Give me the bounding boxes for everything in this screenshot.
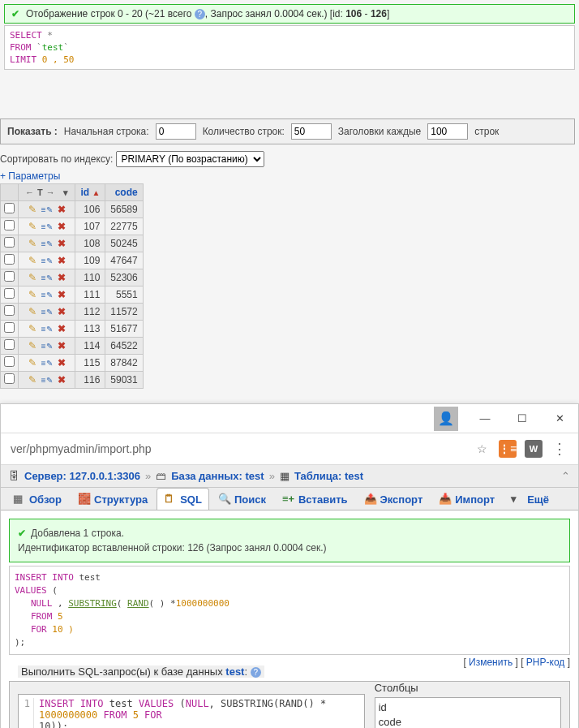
browser-menu-icon[interactable]: ⋮ (551, 440, 568, 458)
delete-icon[interactable]: ✖ (56, 289, 67, 300)
tab-export[interactable]: 📤Экспорт (357, 488, 431, 510)
inline-edit-icon[interactable]: ≡✎ (41, 222, 53, 231)
inline-edit-icon[interactable]: ≡✎ (41, 274, 53, 282)
search-icon: 🔍 (218, 493, 231, 506)
row-checkbox[interactable] (4, 373, 15, 384)
inline-edit-icon[interactable]: ≡✎ (41, 325, 53, 334)
headers-every-input[interactable] (427, 123, 468, 140)
cell-id: 114 (75, 338, 105, 355)
tab-search[interactable]: 🔍Поиск (211, 488, 273, 510)
edit-icon[interactable]: ✎ (27, 374, 38, 386)
inline-edit-icon[interactable]: ≡✎ (41, 291, 53, 299)
breadcrumb-server[interactable]: Сервер: 127.0.0.1:3306 (24, 470, 140, 482)
edit-icon[interactable]: ✎ (27, 357, 38, 368)
inline-edit-icon[interactable]: ≡✎ (41, 256, 53, 265)
tab-browse[interactable]: ▦Обзор (6, 488, 69, 510)
edit-icon[interactable]: ✎ (27, 289, 38, 300)
edit-sql-link[interactable]: Изменить (469, 657, 513, 668)
result-success-banner: ✔ Отображение строк 0 - 20 (~21 всего ?,… (4, 4, 575, 24)
collapse-panel-icon[interactable]: ⌃ (561, 470, 570, 482)
sort-t-icon[interactable]: T (36, 187, 45, 197)
sort-index-select[interactable]: PRIMARY (По возрастанию) (116, 151, 264, 167)
table-row: ✎≡✎✖10947647 (1, 252, 144, 269)
columns-listbox[interactable]: id code (375, 697, 561, 728)
help-icon[interactable]: ? (195, 9, 205, 19)
extension-w-icon[interactable]: W (525, 440, 543, 458)
edit-icon[interactable]: ✎ (27, 204, 38, 215)
tab-import[interactable]: 📥Импорт (431, 488, 502, 510)
start-row-input[interactable] (156, 123, 196, 140)
insert-icon: ≡+ (282, 493, 295, 506)
tab-sql[interactable]: 🗒SQL (157, 488, 209, 510)
cell-code: 56589 (105, 201, 143, 218)
row-checkbox[interactable] (4, 237, 15, 248)
column-option-id[interactable]: id (379, 700, 557, 715)
table-row: ✎≡✎✖11052306 (1, 269, 144, 286)
row-checkbox[interactable] (4, 305, 15, 316)
edit-icon[interactable]: ✎ (27, 255, 38, 266)
inline-edit-icon[interactable]: ≡✎ (41, 376, 53, 385)
inline-edit-icon[interactable]: ≡✎ (41, 205, 53, 214)
arrow-right-icon[interactable]: → (45, 187, 57, 197)
tab-structure[interactable]: 🧱Структура (71, 488, 155, 510)
delete-icon[interactable]: ✖ (56, 323, 67, 334)
breadcrumb-table[interactable]: Таблица: test (294, 470, 363, 482)
delete-icon[interactable]: ✖ (56, 374, 67, 386)
delete-icon[interactable]: ✖ (56, 238, 67, 249)
delete-icon[interactable]: ✖ (56, 340, 67, 351)
row-checkbox[interactable] (4, 254, 15, 265)
row-checkbox[interactable] (4, 271, 15, 282)
headers-every-label: Заголовки каждые (338, 126, 421, 137)
column-option-code[interactable]: code (379, 715, 557, 728)
edit-icon[interactable]: ✎ (27, 306, 38, 317)
breadcrumb-database[interactable]: База данных: test (171, 470, 264, 482)
row-checkbox[interactable] (4, 288, 15, 299)
rows-suffix-label: строк (474, 126, 499, 137)
inline-edit-icon[interactable]: ≡✎ (41, 359, 53, 368)
chevron-down-icon[interactable]: ▾ (62, 187, 70, 197)
edit-icon[interactable]: ✎ (27, 238, 38, 249)
column-id-header[interactable]: id ▲ (75, 184, 105, 201)
editor-code[interactable]: INSERT INTO test VALUES (NULL, SUBSTRING… (34, 698, 361, 728)
inline-edit-icon[interactable]: ≡✎ (41, 239, 53, 248)
sort-row: Сортировать по индексу: PRIMARY (По возр… (0, 151, 575, 167)
php-code-link[interactable]: PHP-код (526, 657, 564, 668)
inline-edit-icon[interactable]: ≡✎ (41, 308, 53, 317)
inline-edit-icon[interactable]: ≡✎ (41, 342, 53, 351)
banner-text: Отображение строк 0 - 20 (~21 всего ?, З… (26, 8, 389, 19)
arrow-left-icon[interactable]: ← (24, 187, 36, 197)
checkbox-header (1, 184, 19, 201)
check-icon: ✔ (11, 8, 19, 19)
bookmark-star-icon[interactable]: ☆ (473, 440, 491, 458)
help-icon[interactable]: ? (251, 667, 261, 678)
close-button[interactable]: ✕ (541, 404, 578, 433)
edit-icon[interactable]: ✎ (27, 323, 38, 334)
minimize-button[interactable]: — (466, 404, 504, 433)
row-checkbox[interactable] (4, 203, 15, 213)
delete-icon[interactable]: ✖ (56, 357, 67, 368)
row-checkbox[interactable] (4, 356, 15, 367)
edit-icon[interactable]: ✎ (27, 272, 38, 283)
row-checkbox[interactable] (4, 220, 15, 230)
tab-more[interactable]: ▾Ещё (504, 488, 556, 510)
url-text[interactable]: ver/phpmyadmin/import.php (11, 442, 465, 455)
delete-icon[interactable]: ✖ (56, 204, 67, 215)
edit-icon[interactable]: ✎ (27, 221, 38, 232)
delete-icon[interactable]: ✖ (56, 221, 67, 232)
user-avatar-icon[interactable]: 👤 (434, 407, 458, 431)
row-count-input[interactable] (291, 123, 332, 140)
extension-orange-icon[interactable]: ⋮≡ (499, 440, 517, 458)
row-checkbox[interactable] (4, 339, 15, 350)
sql-editor[interactable]: 1 INSERT INTO test VALUES (NULL, SUBSTRI… (18, 694, 365, 728)
executed-sql-box: INSERT INTO test VALUES ( NULL , SUBSTRI… (9, 566, 570, 655)
toggle-parameters-link[interactable]: + Параметры (0, 170, 579, 182)
row-checkbox[interactable] (4, 322, 15, 333)
maximize-button[interactable]: ☐ (504, 404, 541, 433)
column-code-header[interactable]: code (105, 184, 143, 201)
edit-icon[interactable]: ✎ (27, 340, 38, 351)
sort-by-label: Сортировать по индексу: (0, 153, 113, 165)
delete-icon[interactable]: ✖ (56, 306, 67, 317)
tab-insert[interactable]: ≡+Вставить (275, 488, 355, 510)
delete-icon[interactable]: ✖ (56, 272, 67, 283)
delete-icon[interactable]: ✖ (56, 255, 67, 266)
